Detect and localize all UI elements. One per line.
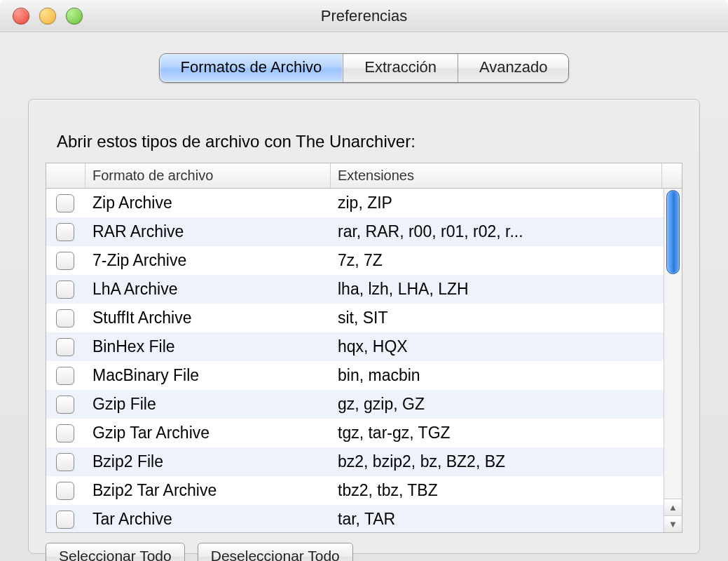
format-cell: Bzip2 Tar Archive: [85, 481, 331, 500]
tabs: Formatos de Archivo Extracción Avanzado: [0, 32, 728, 83]
scrollbar[interactable]: ▲ ▼: [664, 189, 682, 532]
table-row[interactable]: Gzip Filegz, gzip, GZ: [46, 390, 682, 419]
checkbox-cell[interactable]: [46, 482, 85, 500]
checkbox[interactable]: [56, 482, 74, 500]
checkbox-cell[interactable]: [46, 223, 85, 241]
checkbox[interactable]: [56, 309, 74, 327]
checkbox-cell[interactable]: [46, 309, 85, 327]
table-row[interactable]: 7-Zip Archive7z, 7Z: [46, 246, 682, 275]
format-cell: StuffIt Archive: [85, 309, 331, 327]
checkbox[interactable]: [56, 511, 74, 529]
checkbox-cell[interactable]: [46, 280, 85, 299]
extensions-cell: hqx, HQX: [331, 337, 682, 356]
extensions-cell: gz, gzip, GZ: [331, 395, 682, 414]
table-row[interactable]: MacBinary Filebin, macbin: [46, 361, 682, 390]
scroll-thumb[interactable]: [666, 190, 680, 274]
extensions-cell: tar, TAR: [331, 510, 682, 529]
prompt-label: Abrir estos tipos de archivo con The Una…: [29, 132, 699, 163]
checkbox[interactable]: [56, 194, 74, 212]
window-body: Formatos de Archivo Extracción Avanzado …: [0, 32, 728, 561]
format-cell: 7-Zip Archive: [85, 251, 331, 270]
button-row: Seleccionar Todo Deseleccionar Todo: [29, 533, 699, 561]
table-row[interactable]: Bzip2 Filebz2, bzip2, bz, BZ2, BZ: [46, 447, 682, 476]
deselect-all-button[interactable]: Deseleccionar Todo: [198, 543, 353, 561]
tab-advanced[interactable]: Avanzado: [458, 54, 568, 82]
checkbox-cell[interactable]: [46, 367, 85, 385]
panel: Abrir estos tipos de archivo con The Una…: [28, 99, 700, 554]
select-all-button[interactable]: Seleccionar Todo: [46, 543, 185, 561]
checkbox[interactable]: [56, 424, 74, 442]
format-cell: MacBinary File: [85, 366, 331, 385]
window-title: Preferencias: [0, 7, 728, 25]
format-cell: Gzip Tar Archive: [85, 424, 331, 442]
tab-extraction[interactable]: Extracción: [343, 54, 458, 82]
format-cell: Zip Archive: [85, 194, 331, 212]
checkbox[interactable]: [56, 223, 74, 241]
table-row[interactable]: LhA Archivelha, lzh, LHA, LZH: [46, 275, 682, 304]
table-row[interactable]: Bzip2 Tar Archivetbz2, tbz, TBZ: [46, 476, 682, 505]
checkbox[interactable]: [56, 280, 74, 299]
extensions-cell: sit, SIT: [331, 309, 682, 327]
extensions-cell: bin, macbin: [331, 366, 682, 385]
extensions-cell: bz2, bzip2, bz, BZ2, BZ: [331, 452, 682, 471]
extensions-cell: lha, lzh, LHA, LZH: [331, 280, 682, 299]
table-header: Formato de archivo Extensiones: [46, 163, 682, 189]
table-row[interactable]: BinHex Filehqx, HQX: [46, 332, 682, 361]
checkbox-cell[interactable]: [46, 424, 85, 442]
checkbox-cell[interactable]: [46, 252, 85, 270]
titlebar: Preferencias: [0, 0, 728, 32]
table-row[interactable]: Gzip Tar Archivetgz, tar-gz, TGZ: [46, 419, 682, 447]
extensions-cell: rar, RAR, r00, r01, r02, r...: [331, 222, 682, 241]
table-row[interactable]: StuffIt Archivesit, SIT: [46, 304, 682, 332]
checkbox-cell[interactable]: [46, 194, 85, 212]
file-type-table: Formato de archivo Extensiones Zip Archi…: [46, 163, 682, 533]
format-cell: Gzip File: [85, 395, 331, 414]
table-body: Zip Archivezip, ZIPRAR Archiverar, RAR, …: [46, 189, 682, 532]
extensions-cell: tbz2, tbz, TBZ: [331, 481, 682, 500]
format-cell: LhA Archive: [85, 280, 331, 299]
checkbox[interactable]: [56, 338, 74, 356]
scroll-down-icon[interactable]: ▼: [664, 515, 682, 532]
table-row[interactable]: Zip Archivezip, ZIP: [46, 189, 682, 217]
table-row[interactable]: RAR Archiverar, RAR, r00, r01, r02, r...: [46, 217, 682, 246]
format-cell: Bzip2 File: [85, 452, 331, 471]
checkbox-cell[interactable]: [46, 338, 85, 356]
table-row[interactable]: Tar Archivetar, TAR: [46, 505, 682, 532]
header-extensions[interactable]: Extensiones: [331, 163, 662, 188]
extensions-cell: zip, ZIP: [331, 194, 682, 212]
checkbox-cell[interactable]: [46, 453, 85, 471]
checkbox-cell[interactable]: [46, 511, 85, 529]
format-cell: Tar Archive: [85, 510, 331, 529]
checkbox-cell[interactable]: [46, 396, 85, 414]
extensions-cell: 7z, 7Z: [331, 251, 682, 270]
checkbox[interactable]: [56, 453, 74, 471]
header-format[interactable]: Formato de archivo: [85, 163, 331, 188]
header-scroll-spacer: [662, 163, 682, 188]
extensions-cell: tgz, tar-gz, TGZ: [331, 424, 682, 442]
tab-file-formats[interactable]: Formatos de Archivo: [160, 54, 344, 82]
header-checkbox[interactable]: [46, 163, 85, 188]
scroll-up-icon[interactable]: ▲: [664, 499, 682, 515]
checkbox[interactable]: [56, 367, 74, 385]
format-cell: RAR Archive: [85, 222, 331, 241]
checkbox[interactable]: [56, 396, 74, 414]
checkbox[interactable]: [56, 252, 74, 270]
format-cell: BinHex File: [85, 337, 331, 356]
